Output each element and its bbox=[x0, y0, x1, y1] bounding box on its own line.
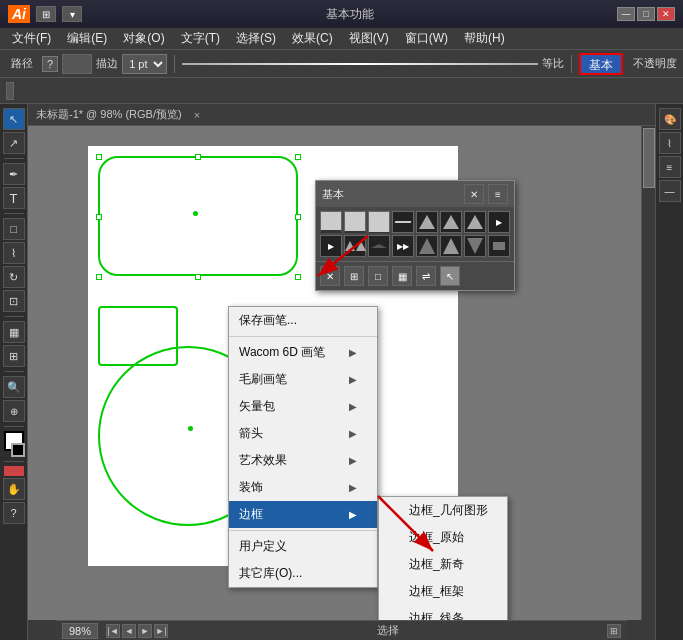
rpanel-layer[interactable]: ≡ bbox=[659, 156, 681, 178]
pen-tool[interactable]: ✒ bbox=[3, 163, 25, 185]
svg-rect-3 bbox=[493, 242, 505, 250]
minimize-button[interactable]: — bbox=[617, 7, 635, 21]
text-tool[interactable]: T bbox=[3, 187, 25, 209]
bd-icon-5[interactable]: ⇌ bbox=[416, 266, 436, 286]
brush-item-12[interactable]: ▶▶ bbox=[392, 235, 414, 257]
brush-item-1[interactable] bbox=[320, 211, 342, 233]
sel-handle-tc bbox=[195, 154, 201, 160]
menu-view[interactable]: 视图(V) bbox=[341, 28, 397, 49]
ctx-save-brush[interactable]: 保存画笔... bbox=[229, 307, 377, 334]
brush-item-3[interactable] bbox=[368, 211, 390, 233]
sub-border-line[interactable]: 边框_线条 bbox=[379, 605, 507, 620]
tool-sep-2 bbox=[4, 213, 24, 214]
ctx-arrow-item[interactable]: 箭头 ▶ bbox=[229, 420, 377, 447]
bd-icon-2[interactable]: ⊞ bbox=[344, 266, 364, 286]
nav-last[interactable]: ►| bbox=[154, 624, 168, 638]
brush-item-2[interactable] bbox=[344, 211, 366, 233]
title-icon-1[interactable]: ⊞ bbox=[36, 6, 56, 22]
nav-prev[interactable]: ◄ bbox=[122, 624, 136, 638]
ctx-border[interactable]: 边框 ▶ bbox=[229, 501, 377, 528]
titlebar-controls: — □ ✕ bbox=[617, 7, 675, 21]
tool-sep-6 bbox=[4, 461, 24, 462]
rpanel-brush[interactable]: ⌇ bbox=[659, 132, 681, 154]
ctx-vector[interactable]: 矢量包 ▶ bbox=[229, 393, 377, 420]
svg-marker-2 bbox=[467, 238, 483, 254]
ctx-brush[interactable]: 毛刷画笔 ▶ bbox=[229, 366, 377, 393]
menu-edit[interactable]: 编辑(E) bbox=[59, 28, 115, 49]
menu-select[interactable]: 选择(S) bbox=[228, 28, 284, 49]
stroke-color[interactable] bbox=[11, 443, 25, 457]
rect-tool[interactable]: □ bbox=[3, 218, 25, 240]
bd-icon-1[interactable]: ✕ bbox=[320, 266, 340, 286]
ctx-other-lib[interactable]: 其它库(O)... bbox=[229, 560, 377, 587]
sub-border-frame[interactable]: 边框_框架 bbox=[379, 578, 507, 605]
sel-handle-tl bbox=[96, 154, 102, 160]
shape-rounded-rect[interactable] bbox=[98, 156, 298, 276]
brush-item-11[interactable] bbox=[368, 235, 390, 257]
title-icon-2[interactable]: ▾ bbox=[62, 6, 82, 22]
toolbox: ↖ ↗ ✒ T □ ⌇ ↻ ⊡ ▦ ⊞ 🔍 ⊕ ✋ ? bbox=[0, 104, 28, 640]
brush-item-14[interactable] bbox=[440, 235, 462, 257]
sub-border-novel[interactable]: 边框_新奇 bbox=[379, 551, 507, 578]
sub-border-orig[interactable]: 边框_原始 bbox=[379, 524, 507, 551]
color-mode[interactable] bbox=[4, 466, 24, 476]
brush-item-10[interactable] bbox=[344, 235, 366, 257]
canvas-tab-close[interactable]: × bbox=[194, 109, 200, 121]
close-button[interactable]: ✕ bbox=[657, 7, 675, 21]
canvas[interactable]: 基本 ✕ ≡ bbox=[28, 126, 655, 620]
brush-item-13[interactable] bbox=[416, 235, 438, 257]
stroke-width-select[interactable]: 1 pt2 pt3 pt bbox=[122, 54, 167, 74]
menu-help[interactable]: 帮助(H) bbox=[456, 28, 513, 49]
status-extra[interactable]: ⊞ bbox=[607, 624, 621, 638]
nav-next[interactable]: ► bbox=[138, 624, 152, 638]
rpanel-stroke[interactable]: — bbox=[659, 180, 681, 202]
direct-select-tool[interactable]: ↗ bbox=[3, 132, 25, 154]
sel-handle-ml bbox=[96, 214, 102, 220]
eyedropper-tool[interactable]: 🔍 bbox=[3, 376, 25, 398]
menu-effect[interactable]: 效果(C) bbox=[284, 28, 341, 49]
vertical-scrollbar[interactable] bbox=[641, 126, 655, 620]
brush-item-4[interactable] bbox=[392, 211, 414, 233]
select-tool[interactable]: ↖ bbox=[3, 108, 25, 130]
bd-icon-4[interactable]: ▦ bbox=[392, 266, 412, 286]
ctx-art-effect[interactable]: 艺术效果 ▶ bbox=[229, 447, 377, 474]
ruler-toggle[interactable] bbox=[6, 82, 14, 100]
stroke-preview[interactable] bbox=[62, 54, 92, 74]
rotate-tool[interactable]: ↻ bbox=[3, 266, 25, 288]
ctx-decoration[interactable]: 装饰 ▶ bbox=[229, 474, 377, 501]
brush-item-15[interactable] bbox=[464, 235, 486, 257]
hand-tool[interactable]: ✋ bbox=[3, 478, 25, 500]
question-tool[interactable]: ? bbox=[3, 502, 25, 524]
scale-tool[interactable]: ⊡ bbox=[3, 290, 25, 312]
gradient-tool[interactable]: ▦ bbox=[3, 321, 25, 343]
menu-file[interactable]: 文件(F) bbox=[4, 28, 59, 49]
brush-menu-icon[interactable]: ≡ bbox=[488, 184, 508, 204]
brush-item-6[interactable] bbox=[440, 211, 462, 233]
brush-item-7[interactable] bbox=[464, 211, 486, 233]
help-btn[interactable]: ? bbox=[42, 56, 58, 72]
bd-icon-3[interactable]: □ bbox=[368, 266, 388, 286]
zoom-tool[interactable]: ⊕ bbox=[3, 400, 25, 422]
zoom-input[interactable] bbox=[62, 623, 98, 639]
brush-item-5[interactable] bbox=[416, 211, 438, 233]
menu-text[interactable]: 文字(T) bbox=[173, 28, 228, 49]
rpanel-color[interactable]: 🎨 bbox=[659, 108, 681, 130]
brush-tool[interactable]: ⌇ bbox=[3, 242, 25, 264]
ctx-wacom[interactable]: Wacom 6D 画笔 ▶ bbox=[229, 339, 377, 366]
brush-close-icon[interactable]: ✕ bbox=[464, 184, 484, 204]
mesh-tool[interactable]: ⊞ bbox=[3, 345, 25, 367]
menu-window[interactable]: 窗口(W) bbox=[397, 28, 456, 49]
tool-sep-1 bbox=[4, 158, 24, 159]
bd-brush-cursor[interactable]: ↖ bbox=[440, 266, 460, 286]
vscroll-thumb[interactable] bbox=[643, 128, 655, 188]
brush-item-9[interactable]: ▶ bbox=[320, 235, 342, 257]
sub-border-geo[interactable]: 边框_几何图形 bbox=[379, 497, 507, 524]
ctx-user-defined[interactable]: 用户定义 bbox=[229, 533, 377, 560]
stroke-line bbox=[182, 63, 538, 65]
menu-object[interactable]: 对象(O) bbox=[115, 28, 172, 49]
nav-first[interactable]: |◄ bbox=[106, 624, 120, 638]
brush-item-16[interactable] bbox=[488, 235, 510, 257]
brush-item-8[interactable]: ▶ bbox=[488, 211, 510, 233]
basic-button[interactable]: 基本 bbox=[579, 53, 623, 75]
maximize-button[interactable]: □ bbox=[637, 7, 655, 21]
